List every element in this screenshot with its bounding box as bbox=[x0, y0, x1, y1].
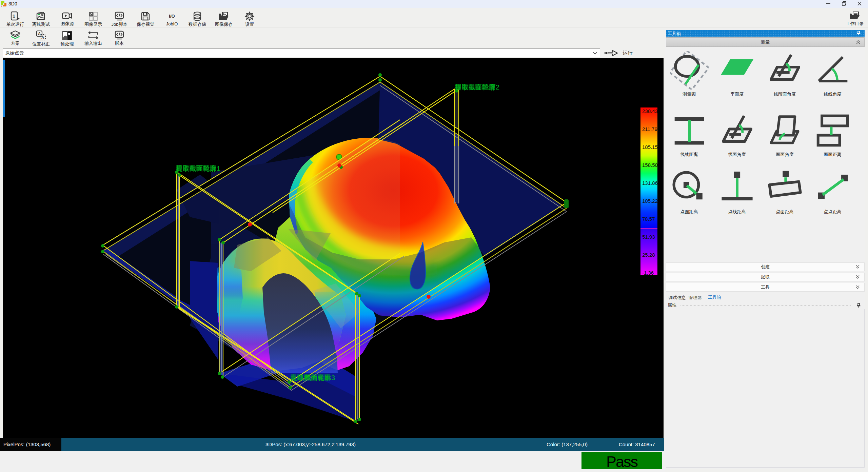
svg-text:提取截面轮廓2: 提取截面轮廓2 bbox=[455, 83, 499, 91]
svg-text:1: 1 bbox=[13, 13, 15, 19]
svg-text:I/O: I/O bbox=[169, 14, 175, 19]
svg-text:158.50: 158.50 bbox=[642, 162, 658, 168]
svg-text:78.57: 78.57 bbox=[642, 216, 655, 222]
svg-text:211.79: 211.79 bbox=[642, 126, 657, 132]
svg-text:-1.36: -1.36 bbox=[642, 270, 654, 276]
svg-text:25.28: 25.28 bbox=[642, 252, 655, 258]
svg-text:51.93: 51.93 bbox=[642, 234, 655, 240]
svg-text:105.22: 105.22 bbox=[642, 198, 658, 204]
svg-text:A: A bbox=[38, 32, 41, 36]
svg-text:A: A bbox=[41, 35, 44, 40]
svg-text:238.43: 238.43 bbox=[642, 108, 658, 114]
svg-text:提取截面轮廓3: 提取截面轮廓3 bbox=[291, 374, 335, 381]
svg-text:提取截面轮廓1: 提取截面轮廓1 bbox=[176, 165, 220, 172]
svg-text:131.86: 131.86 bbox=[642, 180, 658, 186]
svg-text:185.15: 185.15 bbox=[642, 144, 658, 150]
